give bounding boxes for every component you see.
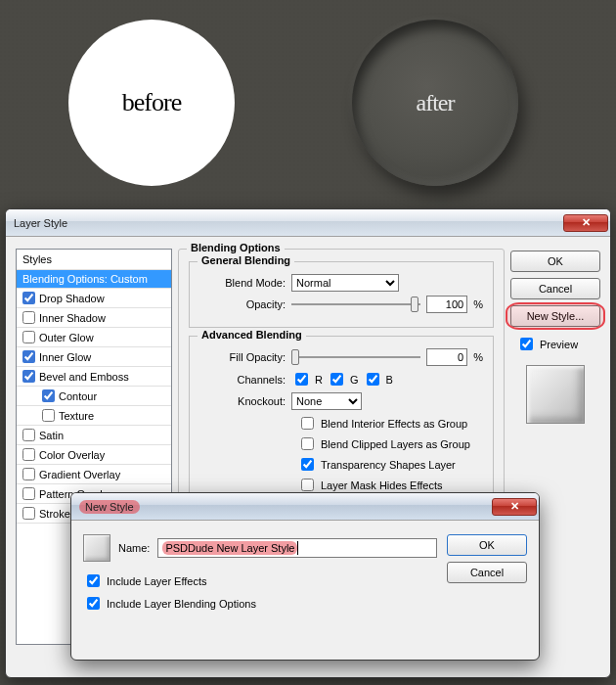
styles-list-header: Styles bbox=[17, 250, 171, 270]
style-row-label: Color Overlay bbox=[39, 449, 105, 461]
style-row-label: Blending Options: Custom bbox=[22, 273, 148, 285]
subdialog-cancel-button[interactable]: Cancel bbox=[447, 562, 527, 583]
subdialog-close-button[interactable]: ✕ bbox=[492, 498, 537, 516]
close-icon: ✕ bbox=[510, 500, 519, 513]
channel-g-checkbox[interactable] bbox=[330, 373, 343, 386]
include-effects-checkbox[interactable] bbox=[87, 574, 100, 587]
preview-checkbox[interactable] bbox=[520, 338, 533, 350]
styles-list-row[interactable]: Bevel and Emboss bbox=[17, 367, 171, 387]
include-blending-checkbox[interactable] bbox=[87, 597, 100, 610]
style-row-label: Satin bbox=[39, 430, 64, 441]
style-row-label: Contour bbox=[59, 390, 97, 402]
opacity-label: Opacity: bbox=[199, 298, 286, 310]
knockout-select[interactable]: None bbox=[291, 392, 362, 410]
advanced-blending-legend: Advanced Blending bbox=[198, 329, 306, 341]
fill-opacity-input[interactable] bbox=[426, 348, 467, 366]
styles-list-row[interactable]: Inner Glow bbox=[17, 347, 171, 367]
ok-button[interactable]: OK bbox=[510, 251, 600, 272]
general-blending-legend: General Blending bbox=[198, 254, 294, 266]
subdialog-title: New Style bbox=[79, 500, 492, 514]
blend-mode-select[interactable]: Normal bbox=[291, 274, 399, 292]
channel-r-checkbox[interactable] bbox=[295, 373, 308, 386]
style-checkbox[interactable] bbox=[22, 448, 35, 461]
fill-opacity-slider[interactable] bbox=[291, 348, 420, 366]
blending-options-legend: Blending Options bbox=[187, 242, 285, 253]
styles-list-row[interactable]: Gradient Overlay bbox=[17, 465, 171, 484]
blend-interior-checkbox[interactable] bbox=[301, 417, 314, 430]
cancel-button[interactable]: Cancel bbox=[510, 278, 600, 299]
styles-list-row[interactable]: Blending Options: Custom bbox=[17, 270, 171, 289]
before-label: before bbox=[122, 88, 181, 117]
style-row-label: Gradient Overlay bbox=[39, 469, 120, 480]
dialog-close-button[interactable]: ✕ bbox=[563, 214, 608, 232]
before-circle: before bbox=[68, 20, 235, 186]
style-checkbox[interactable] bbox=[22, 292, 35, 304]
after-label: after bbox=[417, 90, 455, 116]
subdialog-titlebar[interactable]: New Style ✕ bbox=[71, 493, 539, 521]
style-row-label: Inner Glow bbox=[39, 351, 91, 363]
style-checkbox[interactable] bbox=[42, 389, 55, 402]
style-row-label: Bevel and Emboss bbox=[39, 371, 129, 383]
style-swatch bbox=[83, 534, 110, 562]
transparency-shapes-checkbox[interactable] bbox=[301, 458, 314, 471]
style-row-label: Outer Glow bbox=[39, 332, 94, 343]
layer-mask-hides-checkbox[interactable] bbox=[301, 479, 314, 491]
blend-mode-label: Blend Mode: bbox=[199, 277, 286, 289]
styles-list-row[interactable]: Color Overlay bbox=[17, 445, 171, 465]
percent-label: % bbox=[473, 298, 483, 310]
name-label: Name: bbox=[118, 542, 150, 554]
style-checkbox[interactable] bbox=[22, 507, 35, 520]
blend-clipped-checkbox[interactable] bbox=[301, 437, 314, 450]
dialog-titlebar[interactable]: Layer Style ✕ bbox=[6, 209, 610, 237]
preview-swatch bbox=[526, 365, 585, 424]
style-checkbox[interactable] bbox=[22, 311, 35, 324]
fill-opacity-label: Fill Opacity: bbox=[199, 351, 286, 363]
opacity-input[interactable] bbox=[426, 296, 467, 313]
style-checkbox[interactable] bbox=[22, 429, 35, 441]
style-checkbox[interactable] bbox=[22, 487, 35, 500]
example-preview: before after bbox=[0, 0, 616, 206]
styles-list-row[interactable]: Outer Glow bbox=[17, 328, 171, 347]
percent-label: % bbox=[473, 351, 483, 363]
style-checkbox[interactable] bbox=[42, 409, 55, 422]
style-row-label: Inner Shadow bbox=[39, 312, 106, 324]
style-checkbox[interactable] bbox=[22, 468, 35, 480]
style-row-label: Drop Shadow bbox=[39, 293, 105, 304]
style-checkbox[interactable] bbox=[22, 370, 35, 383]
after-circle: after bbox=[352, 20, 518, 186]
style-name-input[interactable]: PSDDude New Layer Style bbox=[157, 538, 437, 558]
close-icon: ✕ bbox=[582, 216, 591, 229]
style-checkbox[interactable] bbox=[22, 331, 35, 343]
preview-label: Preview bbox=[540, 339, 578, 350]
styles-list-row[interactable]: Contour bbox=[17, 387, 171, 406]
channel-b-checkbox[interactable] bbox=[367, 373, 379, 386]
styles-list-row[interactable]: Drop Shadow bbox=[17, 289, 171, 308]
dialog-title: Layer Style bbox=[14, 217, 563, 229]
new-style-dialog: New Style ✕ Name: PSDDude New Layer Styl… bbox=[70, 492, 540, 661]
style-row-label: Stroke bbox=[39, 508, 70, 520]
new-style-button[interactable]: New Style... bbox=[510, 305, 600, 327]
style-row-label: Texture bbox=[59, 410, 94, 422]
subdialog-ok-button[interactable]: OK bbox=[447, 534, 527, 556]
knockout-label: Knockout: bbox=[199, 395, 286, 407]
channels-label: Channels: bbox=[199, 374, 286, 386]
opacity-slider[interactable] bbox=[291, 296, 420, 313]
styles-list-row[interactable]: Satin bbox=[17, 426, 171, 445]
style-checkbox[interactable] bbox=[22, 350, 35, 363]
general-blending-group: General Blending Blend Mode: Normal Opac… bbox=[189, 261, 494, 328]
styles-list-row[interactable]: Texture bbox=[17, 406, 171, 426]
styles-list-row[interactable]: Inner Shadow bbox=[17, 308, 171, 328]
